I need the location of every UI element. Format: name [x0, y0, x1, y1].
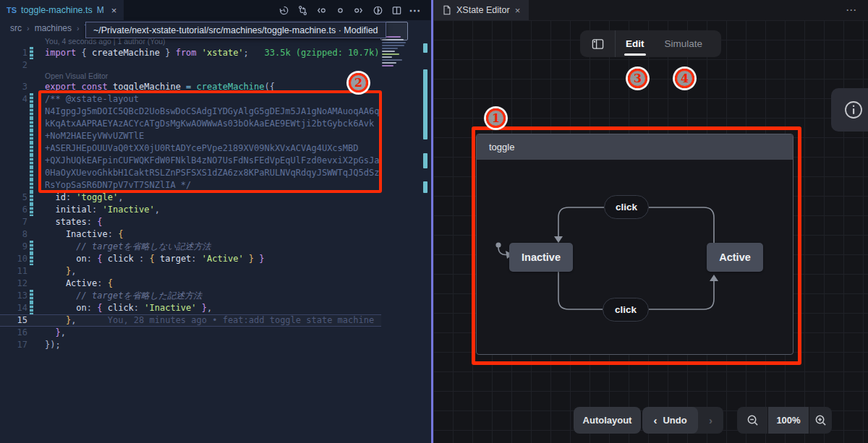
- line-number[interactable]: 17: [0, 339, 27, 351]
- line-number[interactable]: 10: [0, 253, 27, 265]
- line-number[interactable]: [0, 106, 27, 118]
- line-number[interactable]: [0, 142, 27, 155]
- code-text[interactable]: Inactive: {: [33, 228, 381, 241]
- code-text[interactable]: },: [33, 265, 381, 278]
- line-number[interactable]: 9: [0, 241, 27, 253]
- tab-toggle-machine[interactable]: TS toggle-machine.ts M ×: [0, 0, 124, 20]
- change-dot-icon[interactable]: [334, 4, 346, 16]
- modified-badge: M: [97, 5, 104, 15]
- line-number[interactable]: [0, 155, 27, 167]
- zoom-control-group: 100%: [737, 407, 832, 434]
- line-number[interactable]: 4: [0, 93, 27, 106]
- line-number[interactable]: 2: [0, 59, 27, 72]
- split-editor-icon[interactable]: [391, 4, 402, 16]
- code-line: 17});: [0, 339, 381, 351]
- tab-simulate[interactable]: Simulate: [655, 30, 713, 57]
- code-line: 13 // targetを省略した記述方法: [0, 290, 381, 302]
- code-text[interactable]: },: [33, 327, 381, 339]
- redo-button[interactable]: ›: [698, 407, 723, 434]
- more-actions-icon[interactable]: ⋯: [409, 4, 421, 16]
- overview-ruler-marker: [423, 181, 427, 193]
- next-change-icon[interactable]: [353, 4, 365, 16]
- editor-actions: ⋯: [278, 0, 431, 20]
- code-text[interactable]: on: { click : { target: 'Active' } }: [33, 253, 381, 265]
- gutter[interactable]: [0, 72, 27, 81]
- breadcrumb-machines[interactable]: machines: [35, 23, 72, 33]
- line-number[interactable]: [0, 118, 27, 130]
- line-number[interactable]: 1: [0, 47, 27, 59]
- more-actions-icon[interactable]: ⋯: [846, 0, 858, 20]
- xstate-canvas[interactable]: Edit Simulate toggle: [433, 20, 868, 443]
- breadcrumb-src[interactable]: src: [10, 23, 22, 33]
- code-area[interactable]: You, 4 seconds ago | 1 author (You)1impo…: [0, 36, 381, 351]
- file-path-tooltip: ~/Private/next-xstate-tutorial/src/machi…: [85, 22, 386, 38]
- panel-divider[interactable]: [431, 0, 433, 443]
- code-text[interactable]: });: [33, 339, 381, 351]
- undo-label: Undo: [663, 415, 686, 426]
- code-text[interactable]: }, You, 28 minutes ago • feat:add toggle…: [33, 315, 381, 326]
- toggle-sidebar-button[interactable]: [580, 30, 616, 57]
- code-editor-pane: TS toggle-machine.ts M ×: [0, 0, 431, 443]
- run-debug-icon[interactable]: [372, 4, 383, 16]
- line-number[interactable]: [0, 179, 27, 192]
- code-text[interactable]: initial: 'Inactive',: [33, 204, 381, 216]
- zoom-level-label: 100%: [776, 415, 800, 426]
- line-number[interactable]: 13: [0, 290, 27, 302]
- xstate-tab-title: XState Editor: [456, 5, 510, 15]
- undo-button[interactable]: ‹ Undo: [642, 407, 698, 434]
- code-line: 16 },: [0, 327, 381, 339]
- minimap[interactable]: [382, 36, 407, 82]
- code-line: 12 Active: {: [0, 278, 381, 290]
- annotation-badge-2: 2: [349, 73, 368, 93]
- info-button[interactable]: [831, 88, 868, 132]
- git-compare-icon[interactable]: [297, 4, 308, 16]
- code-text[interactable]: // targetを省略しない記述方法: [33, 241, 381, 253]
- chevron-right-icon: ›: [709, 414, 712, 426]
- code-line: 9 // targetを省略しない記述方法: [0, 241, 381, 253]
- autolayout-label: Autolayout: [583, 415, 632, 426]
- close-tab-icon[interactable]: ×: [111, 5, 117, 16]
- gutter[interactable]: [0, 36, 27, 47]
- line-number[interactable]: 11: [0, 265, 27, 278]
- code-text[interactable]: on: { click: 'Inactive' },: [33, 302, 381, 314]
- line-number[interactable]: 6: [0, 204, 27, 216]
- zoom-in-icon: [814, 414, 827, 426]
- line-number[interactable]: 7: [0, 216, 27, 228]
- code-line: 1import { createMachine } from 'xstate';…: [0, 47, 381, 59]
- code-text[interactable]: id: 'toggle',: [33, 192, 381, 204]
- line-number[interactable]: [0, 130, 27, 142]
- zoom-out-icon: [746, 414, 759, 426]
- code-text[interactable]: states: {: [33, 216, 381, 228]
- code-line: 5 id: 'toggle',: [0, 192, 381, 204]
- timeline-icon[interactable]: [278, 4, 289, 16]
- line-number[interactable]: 12: [0, 278, 27, 290]
- line-number[interactable]: 5: [0, 192, 27, 204]
- code-text[interactable]: import { createMachine } from 'xstate'; …: [33, 47, 381, 59]
- tab-xstate-editor[interactable]: XState Editor ×: [433, 0, 529, 20]
- autolayout-button[interactable]: Autolayout: [574, 407, 641, 434]
- annotation-badge-4: 4: [675, 69, 694, 88]
- tab-edit[interactable]: Edit: [616, 30, 655, 57]
- line-number[interactable]: 14: [0, 302, 27, 314]
- code-text[interactable]: // targetを省略した記述方法: [33, 290, 381, 302]
- editor-tab-bar: TS toggle-machine.ts M ×: [0, 0, 431, 20]
- code-text[interactable]: Active: {: [33, 278, 381, 290]
- close-tab-icon[interactable]: ×: [515, 5, 521, 16]
- breadcrumb[interactable]: src › machines › T: [10, 20, 90, 36]
- overview-ruler-marker: [423, 43, 427, 53]
- zoom-in-button[interactable]: [809, 407, 832, 434]
- app-window: TS toggle-machine.ts M ×: [0, 0, 868, 443]
- line-number[interactable]: [0, 167, 27, 179]
- code-line: 11 },: [0, 265, 381, 278]
- zoom-out-button[interactable]: [737, 407, 767, 434]
- line-number[interactable]: 3: [0, 81, 27, 93]
- line-number[interactable]: 15: [0, 315, 27, 326]
- zoom-level[interactable]: 100%: [768, 407, 809, 434]
- previous-change-icon[interactable]: [315, 4, 327, 16]
- codelens-text[interactable]: Open Visual Editor: [33, 72, 381, 81]
- code-line: 14 on: { click: 'Inactive' },: [0, 302, 381, 314]
- line-number[interactable]: 16: [0, 327, 27, 339]
- file-icon: [442, 5, 451, 15]
- line-number[interactable]: 8: [0, 228, 27, 241]
- code-text[interactable]: [33, 59, 381, 72]
